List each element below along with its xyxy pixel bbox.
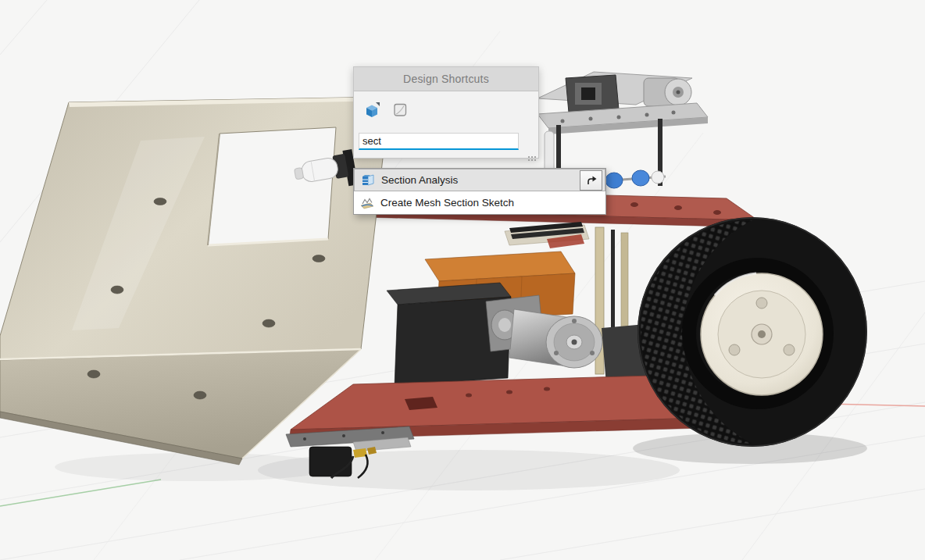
- dropdown-item-label: Section Analysis: [381, 174, 573, 186]
- design-shortcuts-panel[interactable]: Design Shortcuts: [353, 66, 539, 159]
- assign-shortcut-arrow-icon: [585, 174, 598, 187]
- pin-header-board[interactable]: [505, 222, 589, 248]
- panel-title: Design Shortcuts: [403, 73, 489, 85]
- section-analysis-icon: [361, 173, 375, 187]
- y-axis-line: [0, 480, 161, 506]
- extrude-icon[interactable]: [362, 101, 381, 119]
- panel-header[interactable]: Design Shortcuts: [354, 67, 538, 91]
- resize-grip[interactable]: [528, 156, 538, 162]
- mesh-section-icon: [360, 196, 374, 210]
- rear-wheel[interactable]: [638, 217, 867, 447]
- dropdown-item-create-mesh-section-sketch[interactable]: Create Mesh Section Sketch: [354, 191, 605, 214]
- dropdown-item-section-analysis[interactable]: Section Analysis: [354, 169, 605, 191]
- fusion-viewport[interactable]: Design Shortcuts: [0, 0, 925, 560]
- assign-shortcut-button[interactable]: [580, 170, 602, 191]
- surface-icon[interactable]: [391, 101, 409, 119]
- command-dropdown: Section Analysis Create Mesh Section Ske…: [353, 168, 606, 215]
- dropdown-item-label: Create Mesh Section Sketch: [380, 197, 603, 209]
- shortcut-search-input[interactable]: [359, 133, 519, 150]
- shortcut-icon-row: [354, 91, 538, 120]
